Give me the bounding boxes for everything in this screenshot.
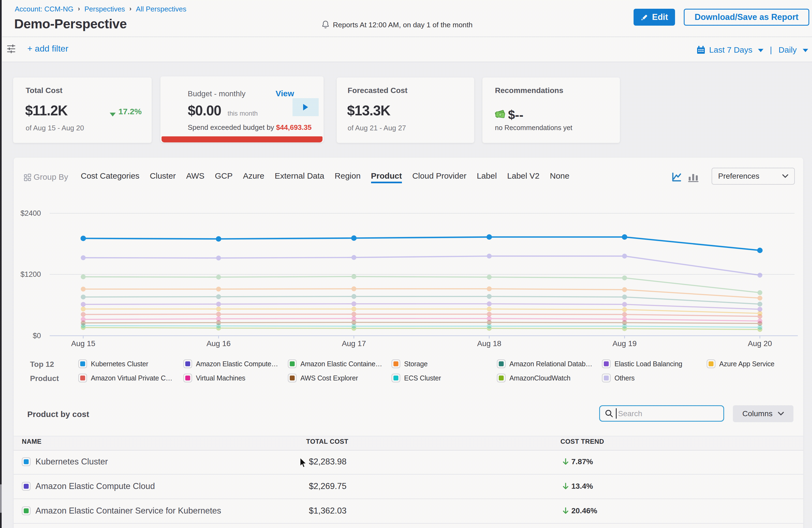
svg-text:Aug 16: Aug 16 <box>206 339 231 348</box>
svg-text:Aug 15: Aug 15 <box>71 339 96 348</box>
svg-text:$2400: $2400 <box>20 209 41 217</box>
svg-text:$0: $0 <box>33 332 41 340</box>
svg-text:Aug 19: Aug 19 <box>612 339 637 348</box>
svg-text:Aug 20: Aug 20 <box>748 339 772 348</box>
svg-text:Aug 17: Aug 17 <box>342 339 366 348</box>
svg-text:$1200: $1200 <box>20 270 41 278</box>
svg-text:Aug 18: Aug 18 <box>477 339 502 348</box>
